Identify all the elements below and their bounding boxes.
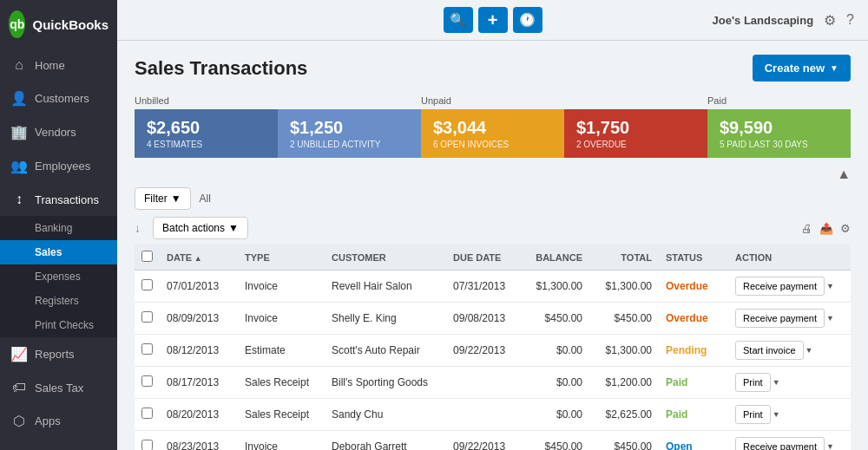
- row-type: Invoice: [238, 303, 325, 335]
- settings-table-icon[interactable]: ⚙: [840, 222, 851, 235]
- sidebar-item-reports[interactable]: 📈 Reports: [0, 337, 117, 371]
- table-row: 08/17/2013 Sales Receipt Bill's Sporting…: [135, 367, 851, 399]
- sidebar-item-printchecks[interactable]: Print Checks: [0, 313, 117, 337]
- row-action-button[interactable]: Print: [735, 373, 771, 392]
- transactions-table: DATE TYPE CUSTOMER DUE DATE BALANCE TOTA…: [135, 245, 851, 450]
- col-header-balance[interactable]: BALANCE: [520, 245, 589, 271]
- row-action-button[interactable]: Start invoice: [735, 341, 804, 360]
- transactions-icon: ↕: [10, 192, 28, 207]
- search-button[interactable]: 🔍: [444, 7, 473, 33]
- card-paid-sub: 5 PAID LAST 30 DAYS: [720, 140, 838, 149]
- add-button[interactable]: +: [478, 7, 508, 33]
- row-action-dropdown-icon[interactable]: ▼: [826, 282, 834, 290]
- paid-label-text: Paid: [707, 95, 727, 106]
- card-overdue[interactable]: $1,750 2 OVERDUE: [564, 109, 707, 158]
- row-due-date: 09/08/2013: [446, 303, 520, 335]
- sidebar-item-registers[interactable]: Registers: [0, 289, 117, 313]
- col-header-type[interactable]: TYPE: [238, 245, 325, 271]
- card-unbilled-activity[interactable]: $1,250 2 UNBILLED ACTIVITY: [278, 109, 421, 158]
- help-icon[interactable]: ?: [846, 12, 854, 28]
- row-action-dropdown-icon[interactable]: ▼: [826, 442, 834, 450]
- main-area: 🔍 + 🕐 Joe's Landscaping ⚙ ? Sales Transa…: [117, 0, 868, 450]
- table-row: 08/09/2013 Invoice Shelly E. King 09/08/…: [135, 303, 851, 335]
- row-due-date: [446, 367, 520, 399]
- select-all-checkbox[interactable]: [141, 251, 153, 262]
- row-customer: Deborah Garrett: [325, 431, 446, 451]
- row-customer: Bill's Sporting Goods: [325, 367, 446, 399]
- row-checkbox[interactable]: [141, 279, 153, 290]
- card-estimates[interactable]: $2,650 4 ESTIMATES: [135, 109, 278, 158]
- row-checkbox[interactable]: [141, 408, 153, 419]
- row-status: Overdue: [659, 271, 728, 303]
- row-checkbox-cell: [135, 271, 160, 303]
- sidebar-item-banking[interactable]: Banking: [0, 216, 117, 240]
- row-action-dropdown-icon[interactable]: ▼: [826, 314, 834, 323]
- summary-section: Unbilled Unpaid Paid $2,650 4 ESTIMATES …: [135, 94, 851, 158]
- sidebar-item-expenses[interactable]: Expenses: [0, 264, 117, 289]
- customers-icon: 👤: [10, 90, 28, 107]
- row-date: 08/12/2013: [160, 335, 238, 367]
- col-header-status[interactable]: STATUS: [659, 245, 728, 271]
- row-checkbox[interactable]: [141, 440, 153, 450]
- sidebar-item-salestax-label: Sales Tax: [35, 382, 83, 395]
- sidebar-item-vendors-label: Vendors: [35, 126, 76, 139]
- vendors-icon: 🏢: [10, 124, 28, 140]
- col-header-due[interactable]: DUE DATE: [446, 245, 520, 271]
- sidebar-item-reports-label: Reports: [35, 348, 75, 361]
- topbar-icons: 🔍 + 🕐: [444, 7, 542, 33]
- row-total: $1,300.00: [589, 335, 659, 367]
- row-action-cell: Print ▼: [728, 367, 851, 399]
- print-icon[interactable]: 🖨: [801, 222, 812, 235]
- card-open-invoices[interactable]: $3,044 6 OPEN INVOICES: [421, 109, 564, 158]
- row-checkbox[interactable]: [141, 311, 153, 323]
- sidebar-item-home[interactable]: ⌂ Home: [0, 49, 117, 82]
- sidebar-item-sales[interactable]: Sales: [0, 240, 117, 264]
- row-due-date: 07/31/2013: [446, 271, 520, 303]
- sidebar-item-apps[interactable]: ⬡ Apps: [0, 404, 117, 438]
- collapse-row: ▲: [135, 166, 851, 182]
- collapse-button[interactable]: ▲: [837, 166, 851, 182]
- row-balance: $450.00: [520, 303, 589, 335]
- sidebar-item-apps-label: Apps: [35, 414, 61, 427]
- table-row: 08/23/2013 Invoice Deborah Garrett 09/22…: [135, 431, 851, 451]
- col-header-check: [135, 245, 160, 271]
- unpaid-label-text: Unpaid: [421, 95, 451, 106]
- col-header-action: ACTION: [728, 245, 851, 271]
- sidebar-item-transactions[interactable]: ↕ Transactions: [0, 183, 117, 216]
- sidebar-item-customers[interactable]: 👤 Customers: [0, 82, 117, 115]
- settings-icon[interactable]: ⚙: [824, 12, 836, 29]
- col-header-customer[interactable]: CUSTOMER: [325, 245, 446, 271]
- row-checkbox[interactable]: [141, 343, 153, 355]
- col-header-total[interactable]: TOTAL: [589, 245, 659, 271]
- row-checkbox-cell: [135, 399, 160, 431]
- sidebar-item-employees[interactable]: 👥 Employees: [0, 149, 117, 183]
- row-checkbox[interactable]: [141, 375, 153, 387]
- export-icon[interactable]: 📤: [819, 222, 833, 235]
- row-action-dropdown-icon[interactable]: ▼: [806, 346, 813, 355]
- card-open-invoices-amount: $3,044: [433, 118, 552, 138]
- batch-actions-button[interactable]: Batch actions ▼: [153, 217, 248, 239]
- row-action-button[interactable]: Receive payment: [735, 437, 825, 450]
- create-new-button[interactable]: Create new ▼: [753, 55, 851, 82]
- row-status: Paid: [659, 367, 728, 399]
- row-action-button[interactable]: Receive payment: [735, 309, 825, 328]
- card-open-invoices-sub: 6 OPEN INVOICES: [433, 140, 552, 149]
- filter-button[interactable]: Filter ▼: [135, 187, 191, 210]
- row-action-button[interactable]: Receive payment: [735, 277, 825, 296]
- row-total: $450.00: [589, 303, 659, 335]
- row-action-button[interactable]: Print: [735, 405, 771, 424]
- card-paid[interactable]: $9,590 5 PAID LAST 30 DAYS: [707, 109, 851, 158]
- summary-labels-row: Unbilled Unpaid Paid: [135, 94, 851, 107]
- row-action-dropdown-icon[interactable]: ▼: [773, 378, 780, 387]
- row-date: 08/20/2013: [160, 399, 238, 431]
- row-status: Overdue: [659, 303, 728, 335]
- col-header-date[interactable]: DATE: [160, 245, 238, 271]
- page-title: Sales Transactions: [135, 57, 307, 80]
- recent-button[interactable]: 🕐: [513, 7, 542, 33]
- reports-icon: 📈: [10, 346, 28, 362]
- row-action-dropdown-icon[interactable]: ▼: [773, 410, 780, 419]
- sidebar-item-vendors[interactable]: 🏢 Vendors: [0, 115, 117, 149]
- row-status: Pending: [659, 335, 728, 367]
- row-action-cell: Start invoice ▼: [728, 335, 851, 367]
- sidebar-item-salestax[interactable]: 🏷 Sales Tax: [0, 371, 117, 404]
